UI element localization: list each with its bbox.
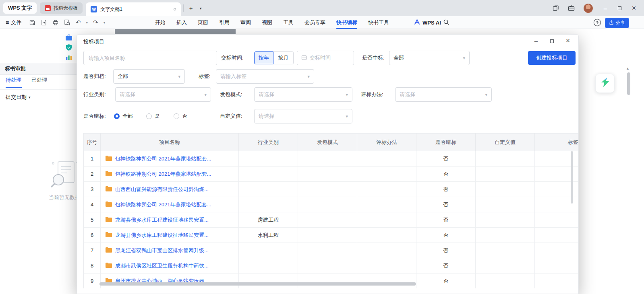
share-button[interactable]: 分享 <box>605 18 629 28</box>
project-link[interactable]: 龙游县佛乡水库工程建设征地移民安置... <box>115 216 209 224</box>
project-link[interactable]: 成都市武侯区社区卫生服务机构中药饮... <box>115 262 209 269</box>
divider <box>183 4 184 12</box>
dark-option-no[interactable]: 否 <box>174 109 187 123</box>
undo-icon[interactable]: ↶ <box>76 19 81 26</box>
col-header-industry: 行业类别 <box>239 134 298 151</box>
table-horizontal-scrollbar[interactable] <box>99 282 416 286</box>
scroll-up-icon[interactable]: ▴ <box>627 66 629 70</box>
project-link[interactable]: 山西西山晋兴能源有限责任公司斜沟煤... <box>115 186 209 193</box>
chart-icon[interactable] <box>65 53 72 62</box>
new-tab-button[interactable]: + <box>186 3 196 13</box>
project-link[interactable]: 包神铁路神朔公司 2021年燕家塔站配套... <box>115 201 211 208</box>
ribbon-tab-insert[interactable]: 插入 <box>176 16 187 29</box>
by-year-button[interactable]: 按年 <box>254 51 273 64</box>
is-win-select[interactable]: 全部 ▾ <box>389 51 470 65</box>
app-name: WPS 文字 <box>8 4 32 12</box>
shield-icon[interactable] <box>65 44 72 53</box>
table-row[interactable]: 7 黑龙江省双鸭山市宝山区排水管网升级... 否 <box>84 243 578 258</box>
ribbon-tab-reference[interactable]: 引用 <box>219 16 230 29</box>
tab-label: 找稻壳模板 <box>54 5 78 12</box>
table-vertical-scrollbar[interactable] <box>571 151 573 204</box>
project-link[interactable]: 包神铁路神朔公司 2021年燕家塔站配套... <box>115 171 211 178</box>
table-row[interactable]: 6 龙游县佛乡水库工程建设征地移民安置... 水利工程 否 <box>84 228 578 243</box>
dialog-close-button[interactable]: × <box>565 37 571 45</box>
table-row[interactable]: 9 泉州市排水中心浦西、湖心泵站变压器... 否 <box>84 273 578 288</box>
tab-list-chevron[interactable]: ▾ <box>196 3 205 13</box>
app-center-icon[interactable] <box>568 5 575 11</box>
create-project-button[interactable]: 创建投标项目 <box>528 51 576 65</box>
chevron-down-icon: ▾ <box>204 92 207 97</box>
document-vertical-scrollbar[interactable] <box>627 72 630 95</box>
folder-icon <box>106 232 112 238</box>
multi-window-icon[interactable] <box>553 5 559 11</box>
bid-date-input[interactable]: 交标时间 <box>297 51 354 65</box>
ribbon-tab-view[interactable]: 视图 <box>262 16 272 29</box>
project-link[interactable]: 龙游县佛乡水库工程建设征地移民安置... <box>115 232 209 239</box>
ribbon-tab-kuaishu-bid[interactable]: 快书编标 <box>336 16 357 29</box>
project-link[interactable]: 黑龙江省双鸭山市宝山区排水管网升级... <box>115 247 209 254</box>
pane-title-label: 标书审批 <box>5 66 26 72</box>
print-icon[interactable] <box>52 19 59 26</box>
table-row[interactable]: 8 成都市武侯区社区卫生服务机构中药饮... 否 <box>84 258 578 273</box>
ribbon-tab-home[interactable]: 开始 <box>155 16 166 29</box>
is-archived-select[interactable]: 全部 ▾ <box>113 69 185 84</box>
cell-dark: 否 <box>416 228 476 243</box>
kuaishu-float-button[interactable] <box>595 74 615 93</box>
ribbon-tab-kuaishu-tools[interactable]: 快书工具 <box>368 16 389 29</box>
app-menu-button[interactable]: WPS 文字 <box>3 2 37 14</box>
redo-icon[interactable]: ↷ <box>93 19 98 26</box>
ribbon-tab-tools[interactable]: 工具 <box>283 16 294 29</box>
contract-select[interactable]: 请选择 ▾ <box>254 87 352 102</box>
print-preview-icon[interactable] <box>64 19 70 26</box>
docer-template-tab[interactable]: 找稻壳模板 <box>40 2 83 14</box>
folder-icon <box>106 171 112 177</box>
ribbon-tab-membership[interactable]: 会员专享 <box>304 16 325 29</box>
industry-select[interactable]: 请选择 ▾ <box>115 87 211 102</box>
upload-icon[interactable] <box>593 18 602 29</box>
tab-pending[interactable]: 待处理 <box>6 76 21 87</box>
export-pdf-icon[interactable] <box>41 19 47 26</box>
tab-processed[interactable]: 已处理 <box>31 76 47 87</box>
custom-value-select[interactable]: 请选择 ▾ <box>254 109 352 123</box>
submit-date-label: 提交日期 <box>6 94 27 101</box>
table-row[interactable]: 4 包神铁路神朔公司 2021年燕家塔站配套... 否 <box>84 197 578 212</box>
dialog-maximize-button[interactable] <box>550 37 554 45</box>
by-month-button[interactable]: 按月 <box>273 51 294 64</box>
save-icon[interactable] <box>29 19 35 26</box>
undo-chevron-icon[interactable]: ▾ <box>86 21 88 25</box>
chevron-down-icon: ▾ <box>307 74 310 79</box>
ribbon-tab-review[interactable]: 审阅 <box>240 16 251 29</box>
project-link[interactable]: 包神铁路神朔公司 2021年燕家塔站配套... <box>115 155 211 162</box>
wps-ai-button[interactable]: WPS AI <box>414 16 441 29</box>
tag-input[interactable]: 请输入标签 ▾ <box>216 69 314 84</box>
evaluation-select[interactable]: 请选择 ▾ <box>395 87 492 102</box>
col-header-name: 项目名称 <box>101 134 239 151</box>
redo-chevron-icon[interactable]: ▾ <box>104 21 106 25</box>
dialog-minimize-button[interactable]: – <box>533 37 539 44</box>
briefcase-icon[interactable] <box>65 34 72 43</box>
ribbon-tab-page[interactable]: 页面 <box>198 16 208 29</box>
table-row[interactable]: 3 山西西山晋兴能源有限责任公司斜沟煤... 否 <box>84 182 578 197</box>
cell-industry <box>239 182 298 197</box>
file-menu-button[interactable]: ≡ 文件 <box>6 16 21 29</box>
user-avatar[interactable] <box>584 4 593 13</box>
window-close-button[interactable]: × <box>630 4 638 12</box>
project-name-input[interactable] <box>83 51 217 65</box>
cell-custom <box>476 151 535 166</box>
cell-dark: 否 <box>416 212 476 227</box>
submit-date-filter[interactable]: 提交日期 ▾ <box>6 93 31 102</box>
is-archived-label: 是否归档: <box>83 69 106 84</box>
table-row[interactable]: 5 龙游县佛乡水库工程建设征地移民安置... 房建工程 否 <box>84 212 578 228</box>
cell-no: 2 <box>84 167 101 181</box>
document-tab-active[interactable]: W 文字文稿1 <box>86 2 181 16</box>
table-row[interactable]: 1 包神铁路神朔公司 2021年燕家塔站配套... 否 <box>84 151 578 167</box>
window-minimize-button[interactable]: – <box>602 5 609 12</box>
search-icon[interactable] <box>443 19 449 27</box>
cell-evaluation <box>357 151 416 166</box>
dark-option-all[interactable]: 全部 <box>114 109 133 123</box>
window-restore-button[interactable] <box>618 4 621 12</box>
table-row[interactable]: 2 包神铁路神朔公司 2021年燕家塔站配套... 否 <box>84 167 578 182</box>
dark-option-yes[interactable]: 是 <box>146 109 160 123</box>
cell-tag <box>535 258 578 273</box>
cell-industry <box>239 243 298 258</box>
